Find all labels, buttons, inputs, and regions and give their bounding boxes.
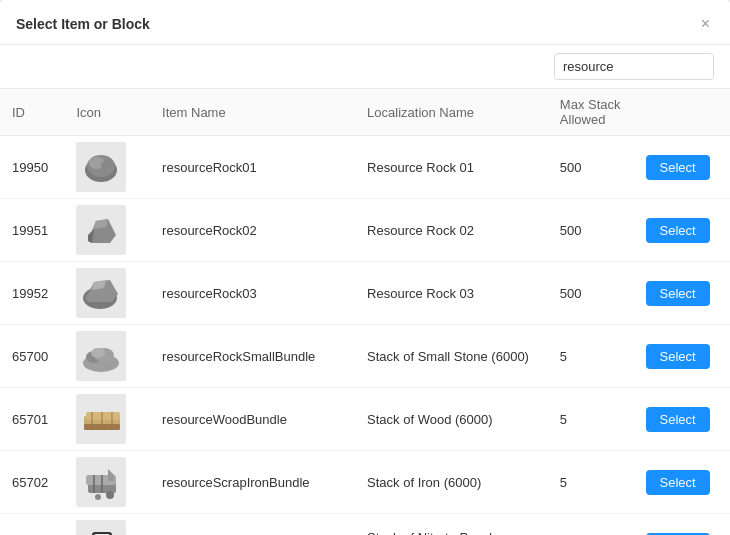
cell-locname: Stack of Nitrate Powder (60... [355, 514, 548, 536]
close-button[interactable]: × [697, 14, 714, 34]
cell-locname: Resource Rock 02 [355, 199, 548, 262]
cell-icon [64, 451, 150, 514]
table-row: 19950 resourceRock01 Resource Rock 01 50… [0, 136, 730, 199]
svg-point-5 [101, 161, 111, 169]
col-header-locname: Localization Name [355, 89, 548, 136]
cell-action: Select [634, 325, 730, 388]
table-row: 65703 NITRATE N resourcePotassiumNitrate… [0, 514, 730, 536]
cell-locname: Stack of Wood (6000) [355, 388, 548, 451]
select-button[interactable]: Select [646, 218, 710, 243]
cell-maxstack: 5 [548, 388, 634, 451]
cell-locname: Resource Rock 03 [355, 262, 548, 325]
cell-id: 19951 [0, 199, 64, 262]
col-header-id: ID [0, 89, 64, 136]
svg-point-28 [95, 494, 101, 500]
cell-icon [64, 199, 150, 262]
select-button[interactable]: Select [646, 281, 710, 306]
cell-action: Select [634, 136, 730, 199]
cell-locname: Resource Rock 01 [355, 136, 548, 199]
item-icon [76, 457, 126, 507]
select-button[interactable]: Select [646, 344, 710, 369]
table-row: 19951 resourceRock02 Resource Rock 02 50… [0, 199, 730, 262]
cell-itemname: resourceScrapIronBundle [150, 451, 355, 514]
modal-title: Select Item or Block [16, 16, 150, 32]
cell-icon [64, 262, 150, 325]
cell-itemname: resourceRock02 [150, 199, 355, 262]
cell-maxstack: 5 [548, 514, 634, 536]
modal-header: Select Item or Block × [0, 0, 730, 45]
cell-action: Select [634, 199, 730, 262]
cell-itemname: resourceWoodBundle [150, 388, 355, 451]
cell-maxstack: 5 [548, 451, 634, 514]
svg-rect-18 [86, 412, 120, 420]
table-row: 65701 resourceWoodBundle Stack of Wood (… [0, 388, 730, 451]
cell-icon [64, 136, 150, 199]
item-icon [76, 268, 126, 318]
cell-id: 65703 [0, 514, 64, 536]
items-table: ID Icon Item Name Localization Name Max … [0, 88, 730, 535]
cell-itemname: resourceRock03 [150, 262, 355, 325]
select-button[interactable]: Select [646, 470, 710, 495]
cell-maxstack: 500 [548, 199, 634, 262]
cell-action: Select [634, 451, 730, 514]
cell-itemname: resourcePotassiumNitrateP... [150, 514, 355, 536]
cell-icon: NITRATE N [64, 514, 150, 536]
select-button[interactable]: Select [646, 407, 710, 432]
cell-id: 19952 [0, 262, 64, 325]
table-row: 65702 resourceScrapIronBundle Stack of I… [0, 451, 730, 514]
table-row: 65700 resourceRockSmallBundle Stack of S… [0, 325, 730, 388]
cell-maxstack: 5 [548, 325, 634, 388]
item-icon [76, 142, 126, 192]
col-header-icon: Icon [64, 89, 150, 136]
col-header-action [634, 89, 730, 136]
cell-id: 65701 [0, 388, 64, 451]
toolbar [0, 45, 730, 88]
item-icon [76, 331, 126, 381]
svg-point-15 [91, 348, 105, 358]
cell-action: Select [634, 514, 730, 536]
item-icon [76, 394, 126, 444]
cell-itemname: resourceRock01 [150, 136, 355, 199]
cell-icon [64, 325, 150, 388]
search-input[interactable] [555, 55, 714, 78]
col-header-maxstack: Max Stack Allowed [548, 89, 634, 136]
cell-action: Select [634, 262, 730, 325]
cell-maxstack: 500 [548, 136, 634, 199]
table-row: 19952 resourceRock03 Resource Rock 03 50… [0, 262, 730, 325]
svg-point-27 [106, 491, 114, 499]
cell-id: 65702 [0, 451, 64, 514]
cell-itemname: resourceRockSmallBundle [150, 325, 355, 388]
col-header-itemname: Item Name [150, 89, 355, 136]
cell-action: Select [634, 388, 730, 451]
cell-maxstack: 500 [548, 262, 634, 325]
cell-locname: Stack of Iron (6000) [355, 451, 548, 514]
cell-id: 19950 [0, 136, 64, 199]
item-icon: NITRATE N [76, 520, 126, 535]
svg-marker-24 [108, 469, 114, 481]
cell-icon [64, 388, 150, 451]
modal: Select Item or Block × ID Icon Item Name… [0, 0, 730, 535]
cell-locname: Stack of Small Stone (6000) [355, 325, 548, 388]
item-icon [76, 205, 126, 255]
cell-id: 65700 [0, 325, 64, 388]
search-box [554, 53, 714, 80]
table-header-row: ID Icon Item Name Localization Name Max … [0, 89, 730, 136]
select-button[interactable]: Select [646, 155, 710, 180]
